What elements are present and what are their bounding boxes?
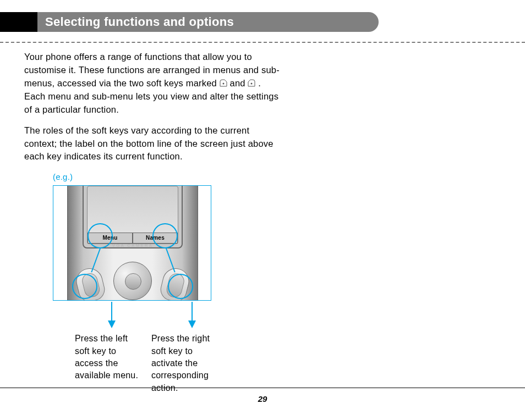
body-text: Your phone offers a range of functions t… [24,51,283,394]
example-label: (e.g.) [53,171,283,183]
phone-body: Menu Names VGA CAMERA [67,185,198,301]
arrow-left [111,302,112,327]
screen-inner: Menu Names [87,186,178,244]
left-soft-key [73,266,107,301]
para1-part-b: and [230,78,248,88]
right-softkey-icon [248,79,255,87]
figure-wrapper: Menu Names VGA CAMERA [53,185,218,394]
svg-point-0 [222,82,224,84]
phone-screen: Menu Names VGA CAMERA [83,185,183,248]
figure-captions: Press the left soft key to access the av… [75,333,218,394]
nav-center-button [125,273,141,290]
paragraph-2: The roles of the soft keys vary accordin… [24,124,283,164]
footer-divider [0,388,525,388]
arrow-right [192,302,193,327]
svg-point-1 [251,82,253,84]
right-soft-key [158,266,192,301]
nav-cluster [67,253,198,301]
phone-figure: Menu Names VGA CAMERA [53,185,211,301]
page-title: Selecting functions and options [37,12,379,32]
left-softkey-icon [220,79,227,87]
nav-dpad [113,262,152,300]
caption-left: Press the left soft key to access the av… [75,333,141,394]
header-bar: Selecting functions and options [0,12,525,32]
page-number: 29 [0,394,525,404]
divider-dashed [0,42,525,43]
vga-camera-label: VGA CAMERA [84,242,182,249]
header-slab [0,12,37,32]
paragraph-1: Your phone offers a range of functions t… [24,51,283,117]
caption-right: Press the right soft key to activate the… [151,333,218,394]
